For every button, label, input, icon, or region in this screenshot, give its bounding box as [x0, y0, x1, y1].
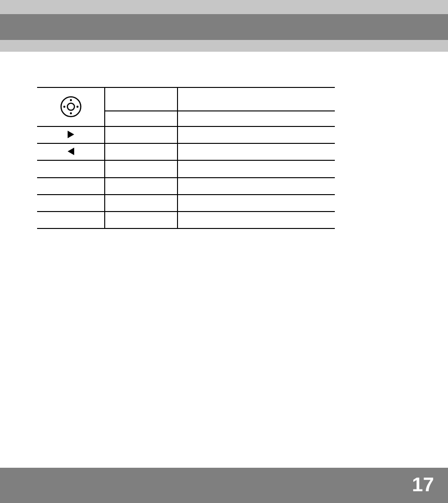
table-cell — [177, 110, 335, 126]
triangle-left-icon — [68, 148, 74, 155]
table-row — [37, 211, 104, 228]
table-cell — [104, 126, 177, 143]
header-band-dark — [0, 14, 448, 40]
table-cell — [177, 194, 335, 211]
svg-point-2 — [70, 99, 71, 101]
triangle-right-icon — [68, 131, 74, 138]
table-cell — [177, 177, 335, 194]
table-cell — [104, 143, 177, 160]
reference-table — [37, 87, 335, 229]
table-row — [37, 126, 104, 143]
selector-icon — [60, 95, 82, 118]
table-row — [37, 194, 104, 211]
table-cell — [177, 126, 335, 143]
table-cell — [104, 177, 177, 194]
svg-point-3 — [70, 112, 71, 114]
table-cell — [104, 87, 177, 110]
table-cell — [177, 143, 335, 160]
table-cell — [104, 110, 177, 126]
table-row — [37, 143, 104, 160]
svg-point-5 — [76, 105, 78, 107]
header-band-light-bottom — [0, 40, 448, 52]
table-cell — [177, 87, 335, 110]
table-cell — [104, 160, 177, 177]
svg-point-1 — [67, 103, 74, 110]
table-row — [37, 87, 104, 126]
footer-bar: 17 — [0, 468, 448, 503]
table-cell — [177, 211, 335, 228]
header-band-light-top — [0, 0, 448, 14]
table-row — [37, 177, 104, 194]
svg-point-4 — [63, 105, 65, 107]
table-row — [37, 160, 104, 177]
table-cell — [104, 194, 177, 211]
table-cell — [177, 160, 335, 177]
page-number: 17 — [412, 473, 434, 496]
table-cell — [104, 211, 177, 228]
table-rule-h — [37, 228, 335, 229]
